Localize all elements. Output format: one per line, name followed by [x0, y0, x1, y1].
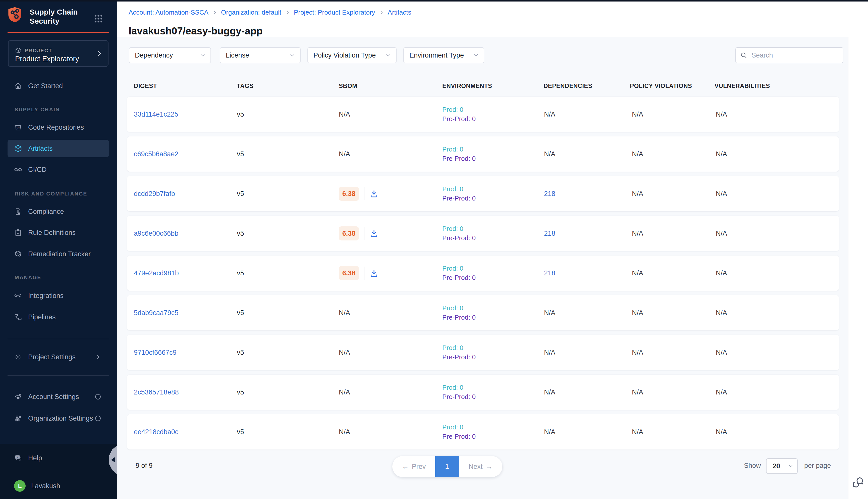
download-sbom-button[interactable] — [370, 229, 379, 238]
page-size-select[interactable]: 20 — [766, 458, 798, 474]
filter-label: Dependency — [135, 51, 173, 59]
preprod-count: Pre-Prod: 0 — [442, 353, 476, 362]
sidebar-item-pipelines[interactable]: Pipelines — [8, 308, 109, 326]
sidebar-item-label: Compliance — [28, 208, 64, 216]
sidebar-item-label: Code Repositories — [28, 124, 84, 131]
sidebar-item-ci-cd[interactable]: CI/CD — [8, 161, 109, 179]
column-header-vulnerabilities: VULNERABILITIES — [715, 82, 770, 89]
prod-count: Prod: 0 — [442, 264, 476, 273]
box-patch-icon — [14, 250, 22, 258]
chevron-down-icon — [385, 52, 392, 59]
page-header: Account: Automation-SSCA Organization: d… — [117, 0, 868, 37]
sbom-value: N/A — [339, 309, 350, 317]
preprod-count: Pre-Prod: 0 — [442, 114, 476, 124]
home-icon — [14, 82, 22, 90]
sbom-value: N/A — [339, 428, 350, 436]
sbom-score-badge: 6.38 — [339, 227, 359, 241]
environments-cell: Prod: 0 Pre-Prod: 0 — [442, 105, 476, 124]
sidebar-section-label: MANAGE — [15, 275, 41, 280]
app-title: Supply Chain Security — [30, 8, 78, 26]
sbom-value: N/A — [339, 150, 350, 158]
main-content: Account: Automation-SSCA Organization: d… — [117, 0, 868, 499]
page-1-button[interactable]: 1 — [435, 456, 459, 477]
sidebar-section-label: RISK AND COMPLIANCE — [15, 191, 87, 197]
chevron-right-icon — [95, 354, 101, 361]
module-grid-icon[interactable] — [94, 14, 103, 24]
digest-link[interactable]: 9710cf6667c9 — [134, 335, 176, 370]
sidebar-item-account-settings[interactable]: Account Settings — [8, 388, 109, 405]
sidebar-item-get-started[interactable]: Get Started — [8, 77, 109, 95]
policy-violations-value: N/A — [632, 176, 643, 211]
artifact-row: c69c5b6a8ae2 v5 N/A Prod: 0 Pre-Prod: 0 … — [127, 136, 839, 172]
policy-violations-value: N/A — [632, 295, 643, 330]
sidebar-item-label: Artifacts — [28, 145, 53, 153]
divider — [364, 227, 364, 240]
sidebar-section-label: SUPPLY CHAIN — [15, 107, 60, 112]
preprod-count: Pre-Prod: 0 — [442, 392, 476, 402]
filter-license[interactable]: License — [220, 47, 301, 63]
next-page-button[interactable]: Next → — [459, 456, 502, 477]
policy-violations-value: N/A — [632, 97, 643, 132]
filter-environment-type[interactable]: Environment Type — [404, 47, 484, 63]
search-icon — [740, 51, 747, 59]
digest-link[interactable]: a9c6e00c66bb — [134, 216, 178, 251]
artifact-row: ee4218cdba0c v5 N/A Prod: 0 Pre-Prod: 0 … — [127, 414, 839, 450]
breadcrumb-artifacts[interactable]: Artifacts — [388, 9, 411, 16]
sidebar-item-remediation-tracker[interactable]: Remediation Tracker — [8, 245, 109, 263]
gear-icon — [14, 353, 22, 361]
dependencies-value: N/A — [544, 414, 555, 450]
dependencies-link[interactable]: 218 — [544, 176, 555, 211]
breadcrumb-account[interactable]: Account: Automation-SSCA — [128, 9, 209, 16]
chat-support-icon[interactable] — [852, 475, 865, 488]
digest-link[interactable]: c69c5b6a8ae2 — [134, 136, 178, 172]
column-header-policy-violations: POLICY VIOLATIONS — [630, 82, 692, 89]
preprod-count: Pre-Prod: 0 — [442, 273, 476, 282]
dependencies-link[interactable]: 218 — [544, 216, 555, 251]
artifact-row: dcdd29b7fafb v5 6.38 Prod: 0 Pre-Prod: 0… — [127, 176, 839, 211]
user-menu[interactable]: L Lavakush — [8, 477, 109, 495]
sidebar-item-project-settings[interactable]: Project Settings — [8, 348, 109, 366]
chevron-down-icon — [289, 52, 296, 59]
search-input[interactable] — [751, 51, 834, 60]
sidebar-item-rule-definitions[interactable]: Rule Definitions — [8, 224, 109, 242]
sidebar-item-label: Organization Settings — [28, 415, 93, 422]
project-selector[interactable]: PROJECT Product Exploratory — [8, 40, 109, 67]
environments-cell: Prod: 0 Pre-Prod: 0 — [442, 343, 476, 362]
info-icon[interactable] — [95, 393, 101, 400]
dependencies-value: N/A — [544, 335, 555, 370]
digest-link[interactable]: 479e2acd981b — [134, 256, 179, 291]
dependencies-link[interactable]: 218 — [544, 256, 555, 291]
sidebar-item-compliance[interactable]: Compliance — [8, 203, 109, 220]
artifact-row: 5dab9caa79c5 v5 N/A Prod: 0 Pre-Prod: 0 … — [127, 295, 839, 330]
sidebar-item-label: Pipelines — [28, 313, 56, 321]
svg-text:?: ? — [16, 455, 18, 458]
prev-page-button[interactable]: ← Prev — [392, 456, 435, 477]
breadcrumb-organization[interactable]: Organization: default — [221, 9, 281, 16]
sidebar-item-integrations[interactable]: Integrations — [8, 287, 109, 305]
divider — [8, 375, 109, 376]
breadcrumb-project[interactable]: Project: Product Exploratory — [294, 9, 375, 16]
artifact-row: 33d114e1c225 v5 N/A Prod: 0 Pre-Prod: 0 … — [127, 97, 839, 132]
sidebar-item-organization-settings[interactable]: Organization Settings — [8, 410, 109, 427]
tag-value: v5 — [237, 335, 244, 370]
digest-link[interactable]: ee4218cdba0c — [134, 414, 178, 450]
column-header-dependencies: DEPENDENCIES — [544, 82, 592, 89]
collapse-arrow-icon — [111, 457, 115, 463]
dependencies-value: N/A — [544, 97, 555, 132]
prod-count: Prod: 0 — [442, 184, 476, 194]
download-sbom-button[interactable] — [370, 269, 379, 278]
download-sbom-button[interactable] — [370, 189, 379, 198]
infinity-icon — [14, 166, 22, 174]
digest-link[interactable]: 5dab9caa79c5 — [134, 295, 178, 330]
preprod-count: Pre-Prod: 0 — [442, 313, 476, 322]
digest-link[interactable]: dcdd29b7fafb — [134, 176, 175, 211]
info-icon[interactable] — [95, 415, 101, 422]
sidebar-item-artifacts[interactable]: Artifacts — [8, 140, 109, 157]
sbom-cell: 6.38 — [339, 216, 379, 251]
sidebar-item-code-repositories[interactable]: </>Code Repositories — [8, 119, 109, 136]
digest-link[interactable]: 2c5365718e88 — [134, 375, 179, 410]
sidebar-item-help[interactable]: ? Help — [8, 449, 109, 467]
digest-link[interactable]: 33d114e1c225 — [134, 97, 178, 132]
filter-dependency[interactable]: Dependency — [129, 47, 211, 63]
filter-policy-violation-type[interactable]: Policy Violation Type — [307, 47, 397, 63]
